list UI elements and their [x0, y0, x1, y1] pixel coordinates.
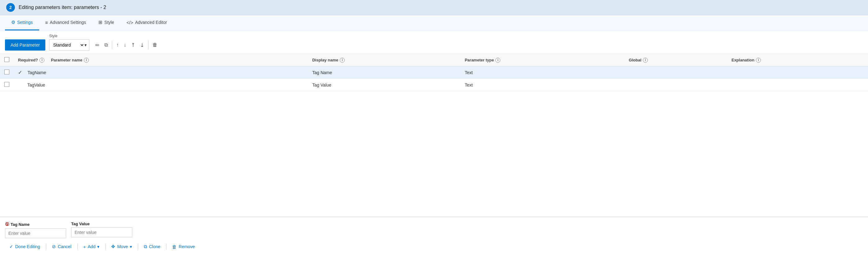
move-down-icon-button[interactable]: ↓ [121, 39, 128, 50]
cancel-icon: ⊘ [52, 244, 56, 249]
add-icon: + [83, 244, 86, 249]
table-container: Required? i Parameter name i Display nam… [0, 54, 868, 217]
display-name-info-icon: i [340, 58, 345, 63]
col-label-parameter-name: Parameter name [51, 58, 82, 62]
done-editing-icon: ✓ [9, 244, 13, 249]
row2-global-cell [624, 79, 727, 91]
add-button[interactable]: + Add ▾ [79, 242, 104, 251]
row1-explanation-cell [727, 66, 868, 79]
style-select[interactable]: Standard [52, 42, 85, 48]
tag-value-label: Tag Value [71, 221, 132, 226]
step-badge: 2 [6, 3, 15, 12]
row2-checkbox-cell [0, 79, 14, 91]
style-group: Style Standard ▾ [49, 34, 89, 50]
parameters-table: Required? i Parameter name i Display nam… [0, 54, 868, 91]
action-sep-1 [46, 244, 46, 250]
clone-button[interactable]: ⧉ Clone [140, 242, 165, 251]
tab-style[interactable]: ⊞ Style [92, 15, 120, 30]
action-sep-3 [105, 244, 105, 250]
param-type-info-icon: i [495, 58, 500, 63]
main-content: Required? i Parameter name i Display nam… [0, 54, 868, 255]
tag-value-input[interactable] [71, 227, 132, 237]
explanation-info-icon: i [756, 58, 761, 63]
table-row[interactable]: TagValue Tag Value Text [0, 79, 868, 91]
add-label: Add [88, 244, 96, 249]
table-header-row: Required? i Parameter name i Display nam… [0, 54, 868, 66]
param-name-info-icon: i [84, 58, 89, 63]
tab-advanced-settings[interactable]: ≡ Advanced Settings [39, 15, 93, 30]
remove-icon: 🗑 [172, 244, 177, 249]
tag-name-error-icon: ① [5, 221, 9, 227]
page-title: Editing parameters item: parameters - 2 [19, 5, 106, 10]
row1-checkbox-cell [0, 66, 14, 79]
col-header-parameter-type: Parameter type i [460, 54, 624, 66]
tab-settings-label: Settings [17, 20, 33, 25]
page-wrapper: 2 Editing parameters item: parameters - … [0, 0, 868, 255]
tag-name-input[interactable] [5, 228, 66, 238]
done-editing-label: Done Editing [15, 244, 40, 249]
clone-label: Clone [149, 244, 160, 249]
add-parameter-button[interactable]: Add Parameter [5, 39, 45, 50]
move-label: Move [117, 244, 128, 249]
tag-name-field-group: ① Tag Name [5, 221, 66, 238]
row2-parameter-type-cell: Text [460, 79, 624, 91]
move-button[interactable]: ✥ Move ▾ [107, 242, 136, 251]
move-icon: ✥ [111, 244, 115, 249]
required-info-icon: i [39, 58, 44, 63]
clone-icon: ⧉ [144, 244, 147, 249]
move-top-icon-button[interactable]: ⤒ [129, 39, 137, 50]
action-sep-5 [166, 244, 166, 250]
col-label-required: Required? [18, 58, 38, 62]
global-info-icon: i [643, 58, 648, 63]
style-icon: ⊞ [98, 20, 102, 25]
row2-parameter-type: Text [465, 82, 473, 87]
col-header-explanation: Explanation i [727, 54, 868, 66]
tab-advanced-editor-label: Advanced Editor [135, 20, 167, 25]
row2-display-name: Tag Value [312, 82, 331, 87]
style-select-wrapper[interactable]: Standard ▾ [49, 39, 89, 50]
row1-parameter-type-cell: Text [460, 66, 624, 79]
style-group-label: Style [49, 34, 89, 38]
cancel-button[interactable]: ⊘ Cancel [48, 242, 76, 251]
row2-parameter-name: TagValue [27, 82, 45, 87]
settings-icon: ⚙ [11, 20, 15, 25]
add-chevron-icon: ▾ [97, 244, 99, 249]
col-header-display-name: Display name i [308, 54, 460, 66]
tab-settings[interactable]: ⚙ Settings [5, 15, 39, 30]
col-label-global: Global [629, 58, 641, 62]
col-label-display-name: Display name [312, 58, 338, 62]
tag-value-label-text: Tag Value [71, 221, 90, 226]
move-up-icon-button[interactable]: ↑ [114, 39, 121, 50]
row2-explanation-cell [727, 79, 868, 91]
action-sep-2 [77, 244, 78, 250]
done-editing-button[interactable]: ✓ Done Editing [5, 242, 45, 251]
bottom-fields-row: ① Tag Name Tag Value [5, 221, 863, 238]
row1-checkmark-icon: ✓ [18, 70, 22, 75]
row1-parameter-name: TagName [28, 70, 46, 75]
edit-icon-button[interactable]: ✏ [93, 39, 101, 50]
tab-advanced-editor[interactable]: </> Advanced Editor [120, 15, 173, 30]
advanced-settings-icon: ≡ [45, 20, 48, 25]
copy-icon-button[interactable]: ⧉ [102, 39, 110, 50]
row2-checkbox[interactable] [4, 82, 9, 87]
col-header-required-checkbox [0, 54, 14, 66]
action-sep-4 [138, 244, 138, 250]
toolbar-icons: ✏ ⧉ ↑ ↓ ⤒ ⤓ 🗑 [93, 39, 160, 50]
row1-display-name-cell: Tag Name [308, 66, 460, 79]
table-row[interactable]: ✓ TagName Tag Name Text [0, 66, 868, 79]
row1-name-cell: ✓ TagName [14, 66, 308, 79]
cancel-label: Cancel [58, 244, 71, 249]
col-header-parameter-name: Required? i Parameter name i [14, 54, 308, 66]
bottom-actions: ✓ Done Editing ⊘ Cancel + Add ▾ ✥ Move [5, 242, 863, 251]
row2-display-name-cell: Tag Value [308, 79, 460, 91]
row1-parameter-type: Text [465, 70, 473, 75]
toolbar-separator-2 [148, 41, 149, 49]
delete-icon-button[interactable]: 🗑 [150, 39, 160, 50]
row1-checkbox[interactable] [4, 70, 9, 74]
tab-style-label: Style [104, 20, 114, 25]
tag-name-label-text: Tag Name [10, 222, 30, 227]
header-checkbox[interactable] [4, 57, 9, 62]
move-bottom-icon-button[interactable]: ⤓ [138, 39, 146, 50]
advanced-editor-icon: </> [126, 20, 133, 25]
remove-button[interactable]: 🗑 Remove [168, 242, 199, 251]
